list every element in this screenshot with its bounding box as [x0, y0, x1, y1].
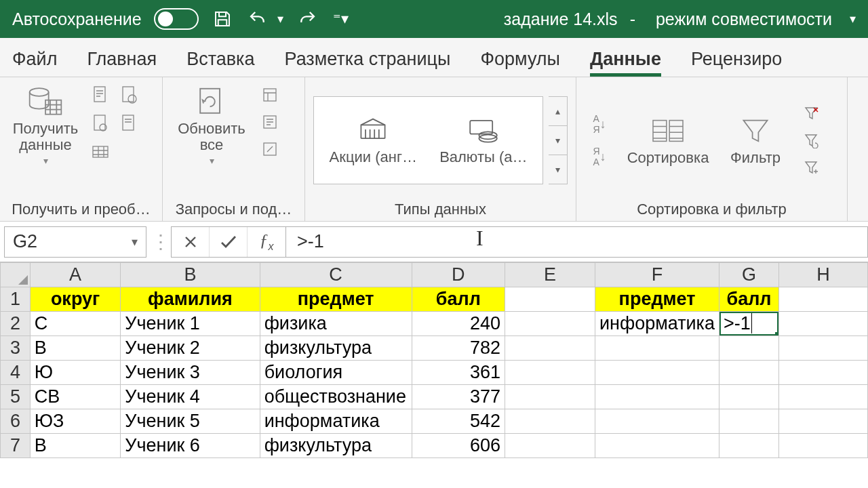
cell[interactable]: 606 — [412, 434, 505, 458]
sort-button[interactable]: Сортировка — [624, 112, 712, 169]
from-text-icon[interactable] — [88, 83, 113, 107]
confirm-edit-button[interactable] — [210, 227, 248, 257]
cell[interactable] — [719, 409, 779, 434]
scroll-down-icon[interactable]: ▾ — [549, 126, 567, 155]
cell[interactable]: Ученик 1 — [121, 312, 260, 336]
cell[interactable]: СВ — [30, 385, 121, 409]
cell[interactable] — [778, 312, 867, 336]
row-header[interactable]: 7 — [1, 434, 31, 458]
edit-links-icon[interactable] — [258, 137, 282, 161]
cell[interactable] — [595, 409, 719, 434]
cell[interactable]: 782 — [412, 336, 505, 361]
get-data-button[interactable]: Получить данные ▾ — [8, 83, 83, 169]
sort-asc-icon[interactable]: АЯ↓ — [585, 109, 614, 139]
cell[interactable]: округ — [30, 287, 121, 312]
cell[interactable]: 240 — [412, 312, 505, 336]
cell[interactable] — [719, 336, 779, 361]
row-header[interactable]: 6 — [1, 409, 31, 434]
cell[interactable]: физкультура — [260, 336, 412, 361]
cell[interactable] — [595, 336, 719, 361]
cell[interactable]: предмет — [260, 287, 412, 312]
cell[interactable]: физкультура — [260, 434, 412, 458]
tab-formulas[interactable]: Формулы — [480, 49, 560, 77]
name-box[interactable]: G2 ▾ — [4, 226, 146, 258]
qat-overflow-icon[interactable]: ⁼▾ — [331, 10, 351, 28]
cell[interactable] — [505, 287, 595, 312]
cell[interactable]: С — [30, 312, 121, 336]
col-header-C[interactable]: C — [260, 263, 412, 287]
col-header-D[interactable]: D — [412, 263, 505, 287]
tab-review[interactable]: Рецензиро — [691, 49, 782, 77]
cell[interactable] — [505, 409, 595, 434]
name-box-dropdown-icon[interactable]: ▾ — [132, 235, 138, 249]
row-header[interactable]: 3 — [1, 336, 31, 361]
undo-icon[interactable] — [246, 7, 269, 30]
cell[interactable] — [778, 361, 867, 385]
cell[interactable] — [778, 336, 867, 361]
tab-home[interactable]: Главная — [87, 49, 157, 77]
cell[interactable]: балл — [412, 287, 505, 312]
cell[interactable] — [505, 336, 595, 361]
currency-type[interactable]: Валюты (а… — [439, 115, 527, 166]
insert-function-button[interactable]: ƒx — [248, 227, 285, 257]
cell[interactable] — [719, 434, 779, 458]
cell[interactable] — [595, 361, 719, 385]
row-header[interactable]: 2 — [1, 312, 31, 336]
sort-desc-icon[interactable]: ЯА↓ — [585, 142, 614, 171]
cell[interactable]: Ученик 4 — [121, 385, 260, 409]
cell[interactable]: фамилия — [121, 287, 260, 312]
col-header-B[interactable]: B — [121, 263, 260, 287]
tab-layout[interactable]: Разметка страницы — [285, 49, 451, 77]
gallery-expand-icon[interactable]: ▾ — [549, 155, 567, 184]
data-types-gallery[interactable]: Акции (анг… Валюты (а… — [313, 96, 543, 184]
cell[interactable]: балл — [719, 287, 779, 312]
cell[interactable]: Ученик 6 — [121, 434, 260, 458]
cell[interactable]: Ученик 2 — [121, 336, 260, 361]
col-header-A[interactable]: A — [30, 263, 121, 287]
from-table-icon[interactable] — [88, 111, 113, 136]
cell[interactable]: 361 — [412, 361, 505, 385]
cell[interactable]: Ю — [30, 361, 121, 385]
col-header-G[interactable]: G — [719, 263, 779, 287]
cell[interactable]: Ученик 5 — [121, 409, 260, 434]
cell[interactable] — [505, 385, 595, 409]
cell[interactable]: В — [30, 336, 121, 361]
cell[interactable] — [505, 434, 595, 458]
cell[interactable]: физика — [260, 312, 412, 336]
cell[interactable]: Ученик 3 — [121, 361, 260, 385]
cell[interactable]: биология — [260, 361, 412, 385]
mode-dropdown-icon[interactable]: ▾ — [850, 12, 856, 26]
cell[interactable]: информатика — [260, 409, 412, 434]
select-all-corner[interactable] — [1, 263, 31, 287]
existing-connections-icon[interactable] — [88, 140, 113, 164]
row-header[interactable]: 1 — [1, 287, 31, 312]
spreadsheet-grid[interactable]: A B C D E F G H 1 округ фамилия предмет … — [0, 262, 868, 458]
col-header-H[interactable]: H — [778, 263, 867, 287]
cell[interactable]: В — [30, 434, 121, 458]
advanced-filter-icon[interactable] — [799, 155, 823, 180]
row-header[interactable]: 5 — [1, 385, 31, 409]
scroll-up-icon[interactable]: ▴ — [549, 97, 567, 126]
redo-icon[interactable] — [296, 7, 319, 30]
cell[interactable]: 377 — [412, 385, 505, 409]
cell[interactable]: предмет — [595, 287, 719, 312]
from-web-icon[interactable] — [117, 83, 141, 107]
col-header-F[interactable]: F — [595, 263, 719, 287]
formula-input[interactable]: >-1 I — [286, 226, 868, 258]
col-header-E[interactable]: E — [505, 263, 595, 287]
filter-button[interactable]: Фильтр — [722, 112, 789, 169]
data-types-scroll[interactable]: ▴ ▾ ▾ — [549, 96, 568, 184]
refresh-all-button[interactable]: Обновить все ▾ — [171, 83, 252, 169]
cell[interactable]: 542 — [412, 409, 505, 434]
recent-sources-icon[interactable] — [117, 111, 141, 136]
row-header[interactable]: 4 — [1, 361, 31, 385]
tab-data[interactable]: Данные — [590, 49, 661, 77]
cell[interactable] — [778, 409, 867, 434]
undo-dropdown-icon[interactable]: ▾ — [277, 12, 283, 26]
properties-icon[interactable] — [258, 110, 282, 134]
cell[interactable] — [595, 434, 719, 458]
queries-pane-icon[interactable] — [258, 83, 282, 107]
cell[interactable] — [778, 434, 867, 458]
cell[interactable]: ЮЗ — [30, 409, 121, 434]
selected-cell[interactable]: >-1 — [719, 312, 779, 336]
